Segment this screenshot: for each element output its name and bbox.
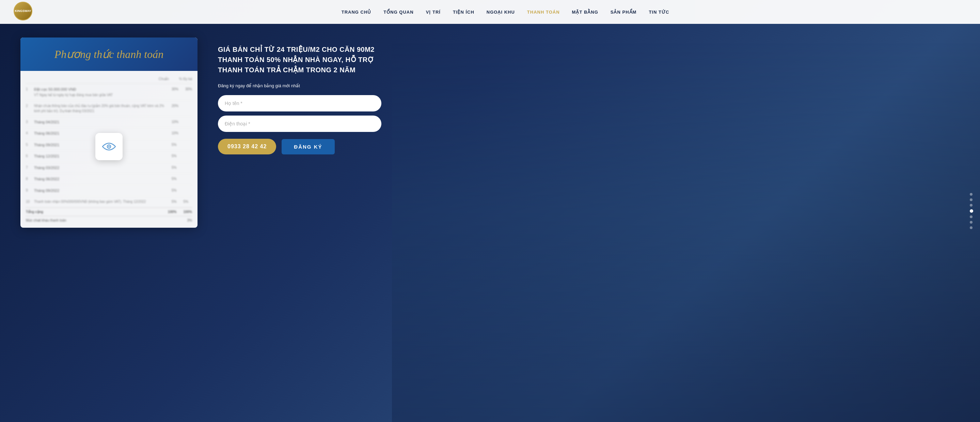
payment-card: Phương thức thanh toán Chuẩn % lũy kế 1 … bbox=[21, 37, 197, 228]
nav-link-tintuc[interactable]: TIN TỨC bbox=[643, 7, 675, 18]
dot-3[interactable] bbox=[970, 204, 972, 206]
nav-item-tintuc[interactable]: TIN TỨC bbox=[643, 7, 675, 18]
table-row: 2 Nhận chứa thông báo của chủ đầu tư (gi… bbox=[26, 101, 192, 117]
row-num: 4 bbox=[26, 131, 31, 135]
dot-2[interactable] bbox=[970, 198, 972, 201]
registration-form: 0933 28 42 42 ĐĂNG KÝ bbox=[218, 95, 381, 154]
table-row: 8 Tháng 06/2022 5% bbox=[26, 174, 192, 185]
table-row: 9 Tháng 09/2022 5% bbox=[26, 185, 192, 197]
total-label: Tổng cộng bbox=[26, 210, 43, 214]
form-buttons: 0933 28 42 42 ĐĂNG KÝ bbox=[218, 139, 381, 154]
dot-1[interactable] bbox=[970, 193, 972, 196]
nav-link-ngoaikhu[interactable]: NGOẠI KHU bbox=[480, 7, 521, 18]
table-row: 10 Thanh toán nhận 00%000/000VNĐ (không … bbox=[26, 197, 192, 207]
dot-4[interactable] bbox=[970, 209, 973, 213]
row-content: Đặt cọc 50.000.000 VNĐ VT Ngay kể từ ngà… bbox=[34, 86, 169, 98]
logo[interactable]: KINGSWAY bbox=[14, 2, 34, 22]
nav-item-trangchu[interactable]: TRANG CHỦ bbox=[336, 7, 378, 18]
total-pct2: 100% bbox=[183, 210, 192, 214]
phone-input[interactable] bbox=[218, 115, 381, 132]
nav-item-tongquan[interactable]: TỔNG QUAN bbox=[377, 7, 420, 18]
dot-7[interactable] bbox=[970, 226, 972, 229]
row-num: 6 bbox=[26, 153, 31, 158]
main-content: Phương thức thanh toán Chuẩn % lũy kế 1 … bbox=[0, 24, 980, 422]
table-footer: Tổng cộng 100% 100% bbox=[26, 207, 192, 216]
row-content: Tháng 09/2022 bbox=[34, 188, 169, 193]
row-pct: 20% bbox=[172, 103, 192, 108]
table-header: Chuẩn % lũy kế bbox=[26, 74, 192, 84]
row-num: 3 bbox=[26, 119, 31, 124]
dot-5[interactable] bbox=[970, 216, 972, 218]
dots-indicator bbox=[970, 193, 973, 229]
payment-title: Phương thức thanh toán bbox=[27, 48, 191, 61]
name-input[interactable] bbox=[218, 95, 381, 112]
note-label: Mức chiết khấu thanh toán bbox=[26, 219, 67, 222]
nav-link-matbang[interactable]: MẶT BẰNG bbox=[566, 7, 605, 18]
nav-link-sanpham[interactable]: SẢN PHẨM bbox=[605, 7, 643, 18]
eye-overlay bbox=[95, 133, 123, 160]
logo-text: KINGSWAY bbox=[14, 9, 31, 13]
phone-button[interactable]: 0933 28 42 42 bbox=[218, 139, 276, 154]
total-pct1: 100% bbox=[168, 210, 177, 214]
row-num: 1 bbox=[26, 86, 31, 91]
row-content: Thanh toán nhận 00%000/000VNĐ (không bao… bbox=[34, 199, 169, 204]
row-num: 8 bbox=[26, 176, 31, 181]
nav-item-sanpham[interactable]: SẢN PHẨM bbox=[605, 7, 643, 18]
row-pct: 5%5% bbox=[172, 199, 192, 203]
nav-link-vitri[interactable]: VỊ TRÍ bbox=[420, 7, 447, 18]
dot-6[interactable] bbox=[970, 221, 972, 224]
payment-card-body: Chuẩn % lũy kế 1 Đặt cọc 50.000.000 VNĐ … bbox=[21, 71, 197, 228]
left-panel: Phương thức thanh toán Chuẩn % lũy kế 1 … bbox=[21, 37, 197, 228]
header-col1: Chuẩn bbox=[159, 77, 169, 81]
note-pct: 3% bbox=[187, 219, 192, 222]
navbar: KINGSWAY TRANG CHỦ TỔNG QUAN VỊ TRÍ TIỆN… bbox=[0, 0, 980, 24]
nav-link-tongquan[interactable]: TỔNG QUAN bbox=[377, 7, 420, 18]
promo-title: GIÁ BÁN CHỈ TỪ 24 TRIỆU/M2 CHO CĂN 90M2 … bbox=[218, 44, 381, 75]
row-content: Tháng 06/2022 bbox=[34, 176, 169, 182]
row-pct: 5% bbox=[172, 142, 192, 147]
row-num: 10 bbox=[26, 199, 31, 203]
table-note: Mức chiết khấu thanh toán 3% bbox=[26, 216, 192, 224]
right-panel: GIÁ BÁN CHỈ TỪ 24 TRIỆU/M2 CHO CĂN 90M2 … bbox=[218, 37, 959, 154]
nav-item-ngoaikhu[interactable]: NGOẠI KHU bbox=[480, 7, 521, 18]
svg-point-1 bbox=[108, 146, 110, 147]
payment-card-header: Phương thức thanh toán bbox=[21, 37, 197, 71]
register-button[interactable]: ĐĂNG KÝ bbox=[282, 139, 334, 154]
table-row: 3 Tháng 04/2021 10% bbox=[26, 117, 192, 128]
row-pct: 5% bbox=[172, 165, 192, 169]
nav-link-trangchu[interactable]: TRANG CHỦ bbox=[336, 7, 378, 18]
nav-item-tienich[interactable]: TIỆN ÍCH bbox=[447, 7, 480, 18]
row-pct: 5% bbox=[172, 188, 192, 192]
form-subtitle: Đăng ký ngay để nhận bảng giá mới nhất bbox=[218, 83, 959, 88]
row-content: Nhận chứa thông báo của chủ đầu tư (giảm… bbox=[34, 103, 169, 113]
header-col2: % lũy kế bbox=[179, 77, 192, 81]
nav-item-thanhtoan[interactable]: THANH TOÁN bbox=[521, 7, 566, 18]
row-num: 2 bbox=[26, 103, 31, 108]
page-wrapper: KINGSWAY TRANG CHỦ TỔNG QUAN VỊ TRÍ TIỆN… bbox=[0, 0, 980, 422]
row-pct: 10% bbox=[172, 119, 192, 124]
row-pct: 10% bbox=[172, 131, 192, 135]
row-num: 9 bbox=[26, 188, 31, 192]
row-num: 7 bbox=[26, 165, 31, 169]
table-row: 1 Đặt cọc 50.000.000 VNĐ VT Ngay kể từ n… bbox=[26, 84, 192, 101]
nav-link-thanhtoan[interactable]: THANH TOÁN bbox=[521, 7, 566, 18]
row-num: 5 bbox=[26, 142, 31, 147]
eye-icon bbox=[102, 142, 116, 151]
row-content: Tháng 04/2021 bbox=[34, 119, 169, 125]
row-pct: 5% bbox=[172, 176, 192, 181]
row-content: Tháng 03/2022 bbox=[34, 165, 169, 171]
nav-link-tienich[interactable]: TIỆN ÍCH bbox=[447, 7, 480, 18]
nav-item-vitri[interactable]: VỊ TRÍ bbox=[420, 7, 447, 18]
nav-menu: TRANG CHỦ TỔNG QUAN VỊ TRÍ TIỆN ÍCH NGOẠ… bbox=[44, 7, 966, 18]
row-pct: 30%30% bbox=[172, 86, 192, 91]
row-pct: 5% bbox=[172, 153, 192, 158]
nav-item-matbang[interactable]: MẶT BẰNG bbox=[566, 7, 605, 18]
table-row: 7 Tháng 03/2022 5% bbox=[26, 162, 192, 174]
